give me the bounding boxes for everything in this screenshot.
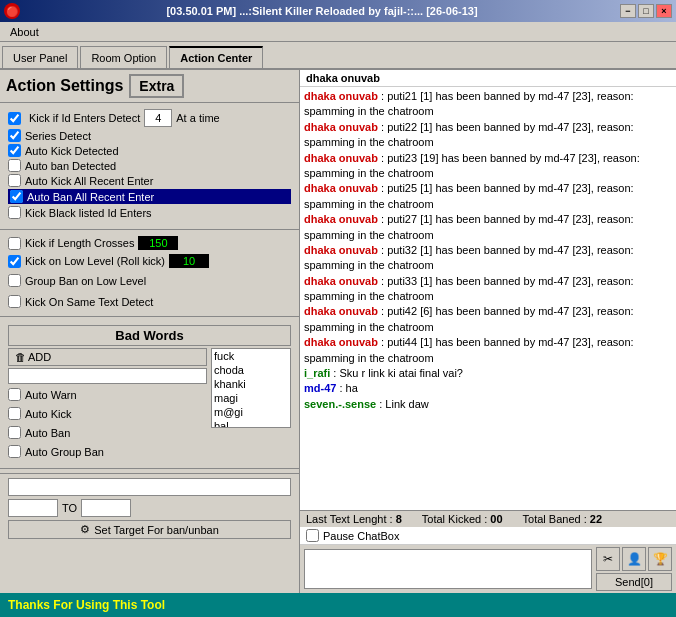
- kick-id-checkbox[interactable]: [8, 112, 21, 125]
- pause-row: Pause ChatBox: [300, 527, 676, 544]
- kick-low-value[interactable]: 10: [169, 254, 209, 268]
- auto-warn-label: Auto Warn: [25, 389, 77, 401]
- series-detect-row: Series Detect: [8, 129, 291, 142]
- kick-low-label: Kick on Low Level (Roll kick): [25, 255, 165, 267]
- set-target-button[interactable]: ⚙ Set Target For ban/unban: [8, 520, 291, 539]
- list-item[interactable]: choda: [212, 363, 290, 377]
- chat-message: dhaka onuvab : puti44 [1] has been banne…: [304, 335, 672, 366]
- add-button[interactable]: 🗑 ADD: [8, 348, 207, 366]
- pause-chatbox-label: Pause ChatBox: [323, 530, 399, 542]
- badwords-inner: 🗑 ADD Auto Warn Auto Kick Auto Ban: [8, 348, 291, 460]
- options-section: Kick if Id Enters Detect 4 At a time Ser…: [0, 103, 299, 225]
- tab-user-panel[interactable]: User Panel: [2, 46, 78, 68]
- list-item[interactable]: khanki: [212, 377, 290, 391]
- chat-message: md-47 : ha: [304, 381, 672, 396]
- badwords-label: Bad Words: [8, 325, 291, 346]
- send-button[interactable]: Send[0]: [596, 573, 672, 591]
- auto-kick-recent-label: Auto Kick All Recent Enter: [25, 175, 153, 187]
- chat-message: dhaka onuvab : puti22 [1] has been banne…: [304, 120, 672, 151]
- add-input[interactable]: [8, 368, 207, 384]
- extra-button[interactable]: Extra: [129, 74, 184, 98]
- pause-chatbox-checkbox[interactable]: [306, 529, 319, 542]
- auto-warn-checkbox[interactable]: [8, 388, 21, 401]
- kick-length-label: Kick if Length Crosses: [25, 237, 134, 249]
- target-input[interactable]: puti: [8, 478, 291, 496]
- divider-2: [0, 316, 299, 317]
- divider-3: [0, 468, 299, 469]
- at-a-time-label: At a time: [176, 112, 219, 124]
- tool-icon-1[interactable]: ✂: [596, 547, 620, 571]
- titlebar-title: [03.50.01 PM] ...:Silent Killer Reloaded…: [24, 5, 620, 17]
- kick-id-spinner[interactable]: 4: [144, 109, 172, 127]
- target-section: puti 01 TO 100 ⚙ Set Target For ban/unba…: [0, 473, 299, 543]
- action-header: Action Settings Extra: [0, 70, 299, 103]
- list-item[interactable]: m@gi: [212, 405, 290, 419]
- total-baned-label: Total Baned : 22: [523, 513, 603, 525]
- chat-message: dhaka onuvab : puti25 [1] has been banne…: [304, 181, 672, 212]
- kick-length-row: Kick if Length Crosses 150: [0, 234, 299, 252]
- auto-ban-checkbox[interactable]: [8, 426, 21, 439]
- kick-low-checkbox[interactable]: [8, 255, 21, 268]
- close-button[interactable]: ×: [656, 4, 672, 18]
- group-ban-row: Group Ban on Low Level: [0, 272, 299, 289]
- right-panel: dhaka onuvab dhaka onuvab : puti21 [1] h…: [300, 70, 676, 593]
- chat-message: dhaka onuvab : puti27 [1] has been banne…: [304, 212, 672, 243]
- kick-length-value[interactable]: 150: [138, 236, 178, 250]
- badwords-list[interactable]: fuckchodakhankimagim@gibalchudochudi: [211, 348, 291, 428]
- auto-kick-detected-row: Auto Kick Detected: [8, 144, 291, 157]
- list-item[interactable]: fuck: [212, 349, 290, 363]
- auto-ban-recent-label: Auto Ban All Recent Enter: [27, 191, 154, 203]
- tab-room-option[interactable]: Room Option: [80, 46, 167, 68]
- tabs-bar: User Panel Room Option Action Center: [0, 42, 676, 70]
- same-text-label: Kick On Same Text Detect: [25, 296, 153, 308]
- chat-area: dhaka onuvab : puti21 [1] has been banne…: [300, 87, 676, 510]
- auto-kick-checkbox[interactable]: [8, 407, 21, 420]
- list-item[interactable]: bal: [212, 419, 290, 428]
- kick-id-row: Kick if Id Enters Detect 4 At a time: [8, 109, 291, 127]
- auto-group-ban-row: Auto Group Ban: [8, 445, 207, 458]
- auto-kick-recent-checkbox[interactable]: [8, 174, 21, 187]
- same-text-checkbox[interactable]: [8, 295, 21, 308]
- chat-status-bar: Last Text Lenght : 8 Total Kicked : 00 T…: [300, 510, 676, 527]
- series-detect-checkbox[interactable]: [8, 129, 21, 142]
- chat-message: seven.-.sense : Link daw: [304, 397, 672, 412]
- action-settings-title: Action Settings: [6, 77, 123, 95]
- chat-message: dhaka onuvab : puti42 [6] has been banne…: [304, 304, 672, 335]
- target-to-input[interactable]: 100: [81, 499, 131, 517]
- auto-warn-row: Auto Warn: [8, 388, 207, 401]
- tool-icons: ✂ 👤 🏆: [596, 547, 672, 571]
- maximize-button[interactable]: □: [638, 4, 654, 18]
- auto-kick-detected-checkbox[interactable]: [8, 144, 21, 157]
- bottom-status-text: Thanks For Using This Tool: [8, 598, 165, 612]
- left-panel: Action Settings Extra Kick if Id Enters …: [0, 70, 300, 593]
- kick-blacklisted-row: Kick Black listed Id Enters: [8, 206, 291, 219]
- target-from-input[interactable]: 01: [8, 499, 58, 517]
- tool-icon-3[interactable]: 🏆: [648, 547, 672, 571]
- chat-input-area: ✂ 👤 🏆 Send[0]: [300, 544, 676, 593]
- kick-length-checkbox[interactable]: [8, 237, 21, 250]
- group-ban-checkbox[interactable]: [8, 274, 21, 287]
- tool-icon-2[interactable]: 👤: [622, 547, 646, 571]
- auto-kick-detected-label: Auto Kick Detected: [25, 145, 119, 157]
- list-item[interactable]: magi: [212, 391, 290, 405]
- auto-kick-label: Auto Kick: [25, 408, 71, 420]
- chat-input[interactable]: [304, 549, 592, 589]
- menu-about[interactable]: About: [4, 24, 45, 40]
- minimize-button[interactable]: −: [620, 4, 636, 18]
- auto-ban-label: Auto Ban: [25, 427, 70, 439]
- titlebar-buttons: − □ ×: [620, 4, 672, 18]
- auto-kick-recent-row: Auto Kick All Recent Enter: [8, 174, 291, 187]
- auto-ban-detected-checkbox[interactable]: [8, 159, 21, 172]
- same-text-row: Kick On Same Text Detect: [0, 293, 299, 310]
- auto-kick-row: Auto Kick: [8, 407, 207, 420]
- tab-action-center[interactable]: Action Center: [169, 46, 263, 68]
- chat-header: dhaka onuvab: [300, 70, 676, 87]
- menubar: About: [0, 22, 676, 42]
- badwords-list-container: fuckchodakhankimagim@gibalchudochudi: [211, 348, 291, 460]
- kick-blacklisted-checkbox[interactable]: [8, 206, 21, 219]
- auto-ban-recent-checkbox[interactable]: [10, 190, 23, 203]
- chat-message: dhaka onuvab : puti33 [1] has been banne…: [304, 274, 672, 305]
- chat-message: dhaka onuvab : puti21 [1] has been banne…: [304, 89, 672, 120]
- badwords-section: Bad Words 🗑 ADD Auto Warn Auto Kick: [0, 321, 299, 464]
- auto-group-ban-checkbox[interactable]: [8, 445, 21, 458]
